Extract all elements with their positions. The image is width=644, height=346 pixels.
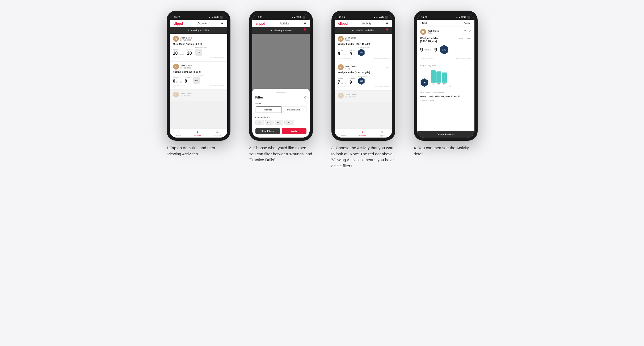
filter-header: Filter ✕ [255, 95, 306, 100]
nav-bar-1: clippd Activity ≡ [170, 20, 227, 27]
red-dot-2 [304, 28, 306, 31]
info-left-1: ⓘ Test Information [173, 57, 186, 59]
nav-home-3[interactable]: ⌂ Home [341, 130, 346, 136]
clear-filters-btn[interactable]: Clear Filters [255, 128, 280, 134]
apply-btn[interactable]: Apply [282, 128, 306, 134]
wifi-4: WiFi [461, 16, 466, 19]
score-val-row-3-2: 7 OUT OF [338, 80, 347, 85]
user-date-1: 28 Feb 2023 [180, 39, 192, 41]
activity-card-2[interactable]: JC Josh Coles 28 Feb 2023 ··· Putting Co… [170, 62, 227, 89]
more-btn-2[interactable]: ··· [221, 65, 224, 69]
red-dot-3 [386, 28, 388, 31]
pill-ott[interactable]: OTT [255, 120, 264, 125]
ghost-card-1: JC Josh Coles 28 Feb 2023 [170, 89, 227, 101]
expand-icon-4[interactable]: ⤢ [469, 29, 471, 33]
phone-4-screen: 13:21 ▲▲▲ WiFi ⬛ < Back Cancel [417, 14, 474, 138]
phone-2-screen: 13:21 ▲▲▲ WiFi ⬛ clippd Activity ≡ [252, 14, 310, 138]
screen-content-1: JC Josh Coles 28 Feb 2023 ··· Must Make … [170, 34, 227, 129]
user-name-3-2: Josh Coles [345, 65, 357, 67]
filter-pills: OTT APP ARG PUTT [255, 120, 306, 125]
detail-hex-4: 130 [439, 45, 449, 54]
more-btn-3-1[interactable]: ··· [386, 37, 389, 41]
avatar-2: JC [173, 64, 179, 70]
shots-num-3-2: 9 [350, 80, 355, 85]
stat-shots-3-2: Shots 9 [350, 78, 355, 85]
viewing-activities-bar-2[interactable]: ⚙ Viewing Activities [252, 27, 310, 34]
nav-activities-3[interactable]: ✦ Activities [359, 130, 366, 136]
wifi-2: WiFi [297, 16, 302, 19]
activity-card-1[interactable]: JC Josh Coles 28 Feb 2023 ··· Must Make … [170, 34, 227, 61]
ghost-date-1: 28 Feb 2023 [180, 95, 192, 97]
user-details-3-2: Josh Coles Today [345, 65, 357, 69]
activity-card-3-1[interactable]: JC Josh Coles Today ··· Wedge Ladder (10… [335, 34, 392, 62]
score-label-3-1: Score [338, 50, 347, 51]
wifi-1: WiFi [214, 16, 219, 19]
viewing-activities-bar-1[interactable]: ⚙ Viewing Activities [170, 27, 227, 34]
more-btn-1[interactable]: ··· [221, 37, 224, 41]
back-btn-4[interactable]: < Back [420, 22, 428, 24]
detail-user-name-4: Josh Coles [428, 30, 439, 32]
phone-2: 13:21 ▲▲▲ WiFi ⬛ clippd Activity ≡ [249, 11, 313, 141]
nav-capture-3[interactable]: ⊕ Capture [379, 130, 385, 136]
practice-drills-toggle[interactable]: Practice Drills [281, 106, 306, 113]
logo-1: clippd [174, 22, 183, 25]
settings-icon-2: ⚙ [270, 29, 272, 32]
info-row-3-1: ⓘ Test Information Data: Clippd Capture [338, 57, 389, 60]
nav-home-1[interactable]: ⌂ Home [176, 130, 181, 136]
nav-capture-1[interactable]: ⊕ Capture [214, 130, 221, 136]
score-num-3-2: 7 [338, 80, 340, 85]
screen-content-3: JC Josh Coles Today ··· Wedge Ladder (10… [335, 34, 392, 129]
sq-val-3-1: 130 [360, 52, 363, 54]
close-btn[interactable]: ✕ [303, 95, 306, 100]
sq-val-1: 75 [197, 51, 200, 54]
phone-4-notch [435, 14, 456, 20]
user-details-3-1: Josh Coles Today [345, 37, 357, 41]
phone-4: 13:21 ▲▲▲ WiFi ⬛ < Back Cancel [414, 11, 478, 141]
user-info-1: JC Josh Coles 28 Feb 2023 [173, 36, 192, 42]
stat-score-2: Score 0 OUT OF [173, 77, 182, 84]
info-right-1: Data: Clippd Capture [209, 57, 224, 59]
rounds-toggle[interactable]: Rounds [256, 106, 281, 113]
card-header-1: JC Josh Coles 28 Feb 2023 ··· [173, 36, 224, 42]
activities-icon-1: ✦ [196, 130, 199, 134]
nav-activities-1[interactable]: ✦ Activities [194, 130, 201, 136]
user-date-3-2: Today [345, 67, 357, 69]
capture-icon-3: ⊕ [381, 130, 384, 134]
chart-hex-4: 130 [420, 78, 429, 87]
more-btn-3-2[interactable]: ··· [386, 65, 389, 69]
sq-label-3-1: Shot Quality [358, 47, 369, 49]
battery-3: ⬛ [385, 16, 388, 19]
shots-num-1: 20 [187, 51, 193, 56]
stat-sq-2: Shot Quality 45 [193, 75, 205, 84]
pill-putt[interactable]: PUTT [284, 120, 294, 125]
stat-shots-3-1: Shots 9 [350, 50, 355, 56]
bottom-nav-1: ⌂ Home ✦ Activities ⊕ Capture [170, 129, 227, 138]
home-label-3: Home [341, 135, 346, 136]
detail-actions-4: ✏ ⤢ [464, 29, 471, 33]
stat-shots-1: Shots 20 [187, 49, 193, 56]
info-right-2: Data: Clippd Capture [209, 85, 224, 87]
menu-icon-1[interactable]: ≡ [221, 21, 223, 25]
menu-icon-3[interactable]: ≡ [386, 21, 388, 25]
pill-app[interactable]: APP [265, 120, 273, 125]
phone-1-frame: 13:20 ▲▲▲ WiFi ⬛ clippd Activity ≡ [167, 11, 230, 141]
detail-user-date-4: Today [428, 32, 439, 34]
info-left-3-2: ⓘ Test Information [338, 86, 351, 88]
ghost-card-3: JC Josh Coles 28 Feb 2023 [335, 91, 392, 102]
chart-with-hex: 130 130 [420, 68, 471, 87]
step-4-description: 4. You can then see the Activity detail. [414, 145, 478, 157]
phone-3-notch [353, 14, 374, 20]
home-icon-3: ⌂ [342, 130, 344, 134]
cancel-btn-4[interactable]: Cancel [464, 22, 471, 24]
back-to-activities-btn-4[interactable]: Back to Activities [417, 131, 474, 138]
shots-col-label: Shots [466, 37, 471, 39]
activity-card-3-2[interactable]: JC Josh Coles Today ··· Wedge Ladder (10… [335, 62, 392, 90]
battery-2: ⬛ [302, 16, 305, 19]
avatar-inner-1: JC [173, 36, 179, 42]
pill-arg[interactable]: ARG [275, 120, 284, 125]
stats-row-3-2: Score 7 OUT OF Shots 9 [338, 75, 389, 85]
step-2-container: 13:21 ▲▲▲ WiFi ⬛ clippd Activity ≡ [244, 11, 318, 163]
edit-icon-4[interactable]: ✏ [464, 29, 466, 33]
menu-icon-2[interactable]: ≡ [304, 21, 306, 25]
viewing-activities-bar-3[interactable]: ⚙ Viewing Activities [335, 27, 392, 34]
